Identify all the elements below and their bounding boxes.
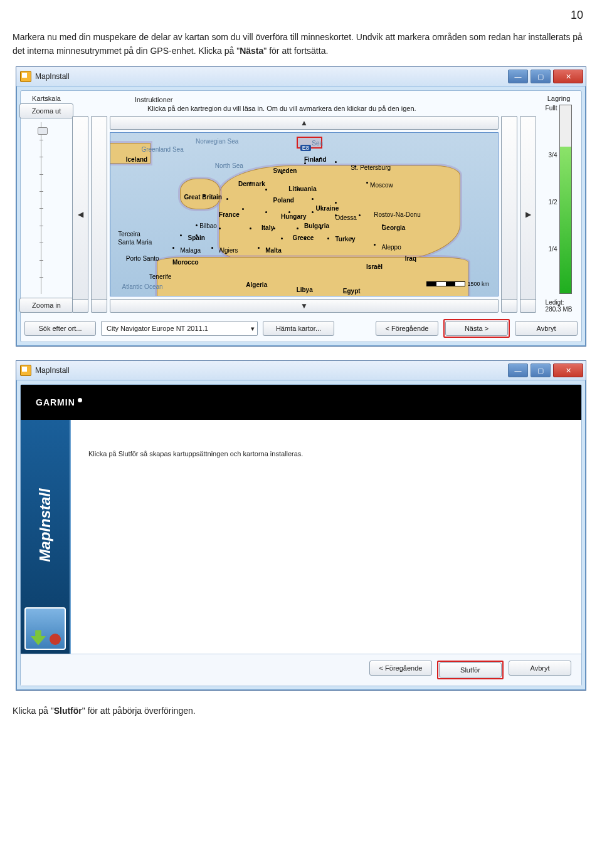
map-label: Porto Santo <box>126 255 159 262</box>
finish-message: Klicka på Slutför så skapas kartuppsättn… <box>88 450 303 458</box>
screenshot-mapinstall-finish: MapInstall — ▢ ✕ GARMIN MapInstall ✕ Kli… <box>16 360 586 691</box>
map-label: Odessa <box>335 214 356 221</box>
finish-button[interactable]: Slutför <box>439 662 502 677</box>
map-label: Algiers <box>219 247 238 254</box>
map-label: Norwegian Sea <box>196 138 238 145</box>
search-city-button[interactable]: Sök efter ort... <box>24 321 96 336</box>
chevron-up-icon: ▲ <box>300 118 308 127</box>
map-label: Libya <box>297 286 313 293</box>
side-banner: MapInstall ✕ <box>21 420 71 654</box>
pan-se-button[interactable] <box>520 299 536 313</box>
map-label: Bulgaria <box>304 222 329 229</box>
instructions-text: Klicka på den kartregion du vill läsa in… <box>72 105 536 116</box>
map-label: Sweden <box>273 167 297 174</box>
pan-sw-button[interactable] <box>72 299 88 313</box>
map-label: North Sea <box>215 162 243 169</box>
map-label: Denmark <box>238 180 265 187</box>
app-icon <box>20 71 31 82</box>
pan-down-button[interactable]: ▼ <box>110 299 499 313</box>
gauge-34: 3/4 <box>546 152 557 159</box>
map-label: Atlantic Ocean <box>122 283 163 290</box>
cancel-button[interactable]: Avbryt <box>515 321 578 336</box>
gauge-12: 1/2 <box>546 199 557 206</box>
minimize-button[interactable]: — <box>508 363 528 377</box>
map-label: Sea <box>312 140 323 147</box>
map-scale-column: Kartskala Zooma ut Zooma in <box>24 95 68 313</box>
map-label: Lithuania <box>288 186 316 192</box>
pan-left-button[interactable] <box>91 116 107 313</box>
map-view[interactable]: Norwegian Sea Greenland Sea Iceland Nort… <box>110 132 499 296</box>
storage-label: Lagring <box>547 95 571 102</box>
slider-thumb[interactable] <box>38 127 48 135</box>
map-label: Tenerife <box>149 273 172 280</box>
titlebar: MapInstall — ▢ ✕ <box>16 361 586 380</box>
chevron-down-icon: ▾ <box>251 325 255 333</box>
highlight-next: Nästa > <box>443 319 510 338</box>
gauge-full: Fullt <box>546 105 557 112</box>
pan-far-right-button[interactable]: ▶ <box>520 116 536 313</box>
maximize-button[interactable]: ▢ <box>531 70 551 83</box>
chevron-down-icon: ▼ <box>300 301 308 310</box>
brand-dot-icon <box>78 398 82 402</box>
fetch-maps-button[interactable]: Hämta kartor... <box>263 321 334 336</box>
titlebar: MapInstall — ▢ ✕ <box>16 67 586 86</box>
map-label: Poland <box>273 197 294 204</box>
map-label: Turkey <box>335 236 355 243</box>
screenshot-mapinstall-select: MapInstall — ▢ ✕ Kartskala Zooma ut <box>16 66 586 347</box>
product-select[interactable]: City Navigator Europe NT 2011.1 ▾ <box>101 321 258 336</box>
page-number: 10 <box>13 6 589 27</box>
instructions-label: Instruktioner <box>72 95 536 105</box>
window-title: MapInstall <box>35 366 70 375</box>
app-icon <box>20 365 31 376</box>
previous-button[interactable]: < Föregående <box>376 321 438 336</box>
map-label: Aleppo <box>382 244 401 251</box>
previous-button[interactable]: < Föregående <box>369 661 432 676</box>
close-button[interactable]: ✕ <box>553 70 583 83</box>
instruction-2: Klicka på "Slutför" för att påbörja över… <box>13 704 589 718</box>
map-scale-bar: 1500 km <box>426 281 489 287</box>
map-label: Terceira <box>118 231 140 238</box>
map-label: Algeria <box>246 281 267 288</box>
brand-bar: GARMIN <box>21 385 581 420</box>
gauge-14: 1/4 <box>546 246 557 253</box>
map-label: Egypt <box>343 288 361 295</box>
map-label: Georgia <box>382 224 406 231</box>
storage-column: Lagring Fullt 3/4 1/2 1/4 Ledigt: <box>540 95 578 313</box>
side-banner-text: MapInstall <box>36 489 54 562</box>
maximize-button[interactable]: ▢ <box>531 363 551 377</box>
map-label: Ukraine <box>316 205 339 212</box>
scale-label: Kartskala <box>32 95 61 102</box>
close-button[interactable]: ✕ <box>553 363 583 377</box>
map-label: Bilbao <box>199 222 217 229</box>
pan-se2-button[interactable] <box>501 299 517 313</box>
pan-right-button[interactable] <box>501 116 517 313</box>
zoom-out-button[interactable]: Zooma ut <box>19 103 73 118</box>
map-label: France <box>219 211 240 218</box>
zoom-in-button[interactable]: Zooma in <box>19 298 73 313</box>
minimize-button[interactable]: — <box>508 70 528 83</box>
next-button[interactable]: Nästa > <box>445 321 508 336</box>
map-label: Malaga <box>180 247 201 254</box>
cancel-button[interactable]: Avbryt <box>509 661 571 676</box>
map-label: St. Petersburg <box>351 164 391 171</box>
map-label: Moscow <box>370 182 393 189</box>
map-label: Santa Maria <box>118 239 152 246</box>
map-label: Greece <box>292 234 314 241</box>
map-label: Iraq <box>405 255 416 262</box>
storage-gauge <box>559 105 572 294</box>
map-label: Greenland Sea <box>141 146 183 153</box>
map-label: Great Britain <box>184 194 222 201</box>
map-label: Malta <box>265 247 282 254</box>
pan-far-left-button[interactable]: ◀ <box>72 116 88 313</box>
pan-up-button[interactable]: ▲ <box>110 116 499 130</box>
free-space-label: Ledigt: 280.3 MB <box>546 299 573 313</box>
map-label: Finland <box>304 156 327 163</box>
pan-sw2-button[interactable] <box>91 299 107 313</box>
garmin-logo: GARMIN <box>36 397 75 407</box>
zoom-slider[interactable] <box>41 122 53 294</box>
map-label: Israël <box>366 263 383 270</box>
route-badge: E8 <box>300 145 311 151</box>
instruction-1: Markera nu med din muspekare de delar av… <box>13 31 589 58</box>
highlight-finish: Slutför <box>437 661 504 679</box>
map-label: Italy <box>261 224 274 231</box>
